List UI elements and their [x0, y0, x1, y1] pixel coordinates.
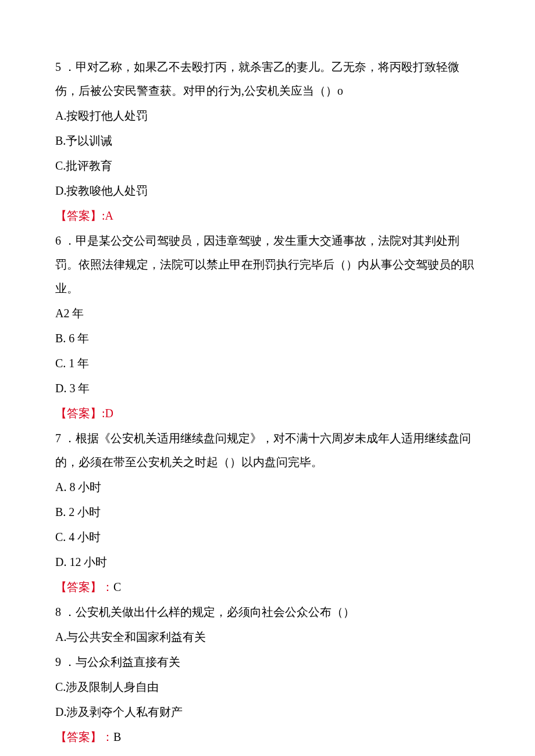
q8-answer-letter: B	[113, 730, 121, 743]
page-content: 5 ．甲对乙称，如果乙不去殴打丙，就杀害乙的妻儿。乙无奈，将丙殴打致轻微伤，后被…	[0, 0, 535, 756]
q7-option-b: B. 2 小时	[55, 500, 480, 524]
q8-option-c: C.涉及限制人身自由	[55, 675, 480, 699]
q10-stem: 10 某股份制商业银行信贷业务员甲因为乙是银行董事丙的儿子，就没有要求抵押，向乙…	[55, 750, 480, 756]
q7-option-c: C. 4 小时	[55, 525, 480, 549]
q7-answer-bracket: 【答案】：	[55, 581, 113, 593]
q7-stem: 7 ．根据《公安机关适用继续盘问规定》，对不满十六周岁未成年人适用继续盘问的，必…	[55, 427, 480, 474]
q8-answer: 【答案】：B	[55, 725, 480, 749]
q8-stem: 8 ．公安机关做出什么样的规定，必须向社会公众公布（）	[55, 600, 480, 624]
q8-option-d: D.涉及剥夺个人私有财产	[55, 700, 480, 724]
q7-answer-letter: C	[113, 581, 121, 593]
q6-option-d: D. 3 年	[55, 377, 480, 400]
q6-option-a: A2 年	[55, 302, 480, 325]
q7-answer: 【答案】：C	[55, 575, 480, 599]
q6-option-b: B. 6 年	[55, 327, 480, 350]
q5-option-b: B.予以训诫	[55, 129, 480, 153]
q5-option-a: A.按殴打他人处罚	[55, 104, 480, 128]
q7-option-d: D. 12 小时	[55, 550, 480, 574]
q6-option-c: C. 1 年	[55, 352, 480, 375]
q7-option-a: A. 8 小时	[55, 475, 480, 499]
q8-option-a: A.与公共安全和国家利益有关	[55, 625, 480, 649]
q5-option-c: C.批评教育	[55, 154, 480, 178]
q8-option-b: 9 ．与公众利益直接有关	[55, 650, 480, 674]
q5-stem: 5 ．甲对乙称，如果乙不去殴打丙，就杀害乙的妻儿。乙无奈，将丙殴打致轻微伤，后被…	[55, 55, 480, 103]
q8-answer-bracket: 【答案】：	[55, 730, 113, 743]
q6-answer: 【答案】:D	[55, 402, 480, 425]
q5-answer: 【答案】:A	[55, 204, 480, 228]
q5-option-d: D.按教唆他人处罚	[55, 179, 480, 203]
q6-stem: 6 ．甲是某公交公司驾驶员，因违章驾驶，发生重大交通事故，法院对其判处刑罚。依照…	[55, 229, 480, 300]
